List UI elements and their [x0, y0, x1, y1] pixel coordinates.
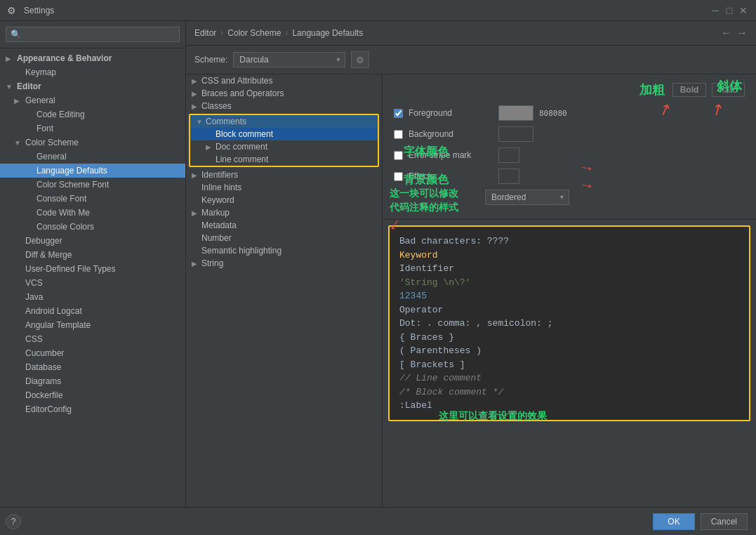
sidebar-item-language-defaults[interactable]: Language Defaults [0, 164, 185, 178]
sidebar-item-label: Color Scheme Font [37, 180, 180, 190]
error-stripe-color-swatch[interactable] [498, 147, 519, 163]
sidebar-item-diagrams[interactable]: Diagrams [0, 374, 185, 388]
sidebar-item-code-with-me[interactable]: Code With Me [0, 206, 185, 220]
arrow-icon: ▶ [192, 209, 201, 217]
sidebar-item-diff-merge[interactable]: Diff & Merge [0, 248, 185, 262]
effects-type-select[interactable]: Bordered Underscored Bold Underscored [485, 190, 569, 205]
preview-area: Bad characters: ???? Keyword Identifier … [390, 227, 749, 420]
tree-item-line-comment[interactable]: Line comment [190, 153, 378, 166]
sidebar-item-database[interactable]: Database [0, 360, 185, 374]
sidebar-item-label: Angular Template [25, 320, 180, 330]
props-section: Bold Italic Foreground 808080 [383, 74, 756, 220]
ok-button[interactable]: OK [653, 513, 694, 530]
sidebar-item-label: Code Editing [37, 110, 180, 119]
tree-item-label: Line comment [215, 154, 268, 164]
foreground-color-swatch[interactable] [498, 105, 533, 121]
sidebar-item-label: Android Logcat [25, 306, 180, 316]
breadcrumb-color-scheme[interactable]: Color Scheme [227, 28, 281, 38]
close-button[interactable]: ✕ [738, 5, 749, 16]
tree-item-markup[interactable]: ▶ Markup [186, 206, 382, 219]
tree-item-css[interactable]: ▶ CSS and Attributes [186, 74, 382, 87]
sidebar-item-editor[interactable]: ▼ Editor [0, 79, 185, 93]
scheme-select-wrap: Darcula Default High Contrast [233, 52, 345, 67]
sidebar-item-keymap[interactable]: Keymap [0, 65, 185, 79]
effects-label: Effects [409, 171, 493, 181]
sidebar-item-debugger[interactable]: Debugger [0, 234, 185, 248]
background-checkbox[interactable] [394, 130, 403, 139]
preview-line: Keyword [399, 249, 739, 263]
foreground-checkbox[interactable] [394, 109, 403, 118]
sidebar-item-label: Diagrams [25, 376, 180, 386]
sidebar-item-label: Code With Me [37, 208, 180, 218]
sidebar-item-console-font[interactable]: Console Font [0, 192, 185, 206]
sidebar-item-label: Color Scheme [25, 138, 180, 147]
sidebar-item-vcs[interactable]: VCS [0, 276, 185, 290]
sidebar-item-label: Console Colors [37, 222, 180, 232]
sidebar-item-label: Debugger [25, 236, 180, 246]
sidebar-item-console-colors[interactable]: Console Colors [0, 220, 185, 234]
effects-checkbox[interactable] [394, 172, 403, 181]
tree-item-semantic[interactable]: Semantic highlighting [186, 244, 382, 257]
error-stripe-checkbox[interactable] [394, 151, 403, 160]
tree-item-keyword[interactable]: Keyword [186, 194, 382, 206]
breadcrumb-editor[interactable]: Editor [194, 28, 216, 38]
tree-item-comments[interactable]: ▼ Comments [190, 115, 378, 128]
sidebar-item-general[interactable]: ▶ General [0, 93, 185, 107]
sidebar-item-android-logcat[interactable]: Android Logcat [0, 304, 185, 318]
sidebar-tree: ▶ Appearance & Behavior Keymap ▼ Editor … [0, 48, 185, 507]
sidebar-item-cs-general[interactable]: General [0, 150, 185, 164]
italic-button[interactable]: Italic [712, 83, 745, 97]
sidebar-item-cucumber[interactable]: Cucumber [0, 346, 185, 360]
sidebar-item-label: VCS [25, 278, 180, 288]
breadcrumb-sep2: › [285, 28, 288, 38]
scheme-bar: Scheme: Darcula Default High Contrast ⚙ [186, 46, 756, 74]
search-input[interactable] [6, 27, 180, 42]
preview-line: 12345 [399, 289, 739, 303]
sidebar-item-dockerfile[interactable]: Dockerfile [0, 388, 185, 402]
breadcrumb-language-defaults[interactable]: Language Defaults [292, 28, 363, 38]
nav-forward-button[interactable]: → [736, 27, 748, 39]
tree-item-identifiers[interactable]: ▶ Identifiers [186, 169, 382, 181]
sidebar-item-font[interactable]: Font [0, 121, 185, 136]
sidebar-item-color-scheme[interactable]: ▼ Color Scheme [0, 136, 185, 150]
preview-line: Identifier [399, 262, 739, 276]
tree-item-label: Number [201, 233, 232, 243]
tree-item-label: Keyword [201, 195, 234, 205]
sidebar-item-appearance[interactable]: ▶ Appearance & Behavior [0, 51, 185, 65]
sidebar-item-editorconfig[interactable]: EditorConfig [0, 402, 185, 416]
nav-back-button[interactable]: ← [721, 27, 732, 39]
sidebar-item-css[interactable]: CSS [0, 332, 185, 346]
sidebar-item-label: General [37, 152, 180, 161]
tree-item-doc-comment[interactable]: ▶ Doc comment [190, 140, 378, 153]
arrow-icon: ▶ [192, 77, 201, 85]
sidebar-item-angular[interactable]: Angular Template [0, 318, 185, 332]
background-color-swatch[interactable] [498, 126, 533, 142]
sidebar-item-label: Keymap [25, 67, 180, 77]
preview-line: { Braces } [399, 331, 739, 345]
sidebar-item-label: Appearance & Behavior [17, 53, 180, 63]
main-panel: Editor › Color Scheme › Language Default… [186, 21, 756, 507]
maximize-button[interactable]: □ [724, 5, 735, 16]
sidebar-item-user-defined[interactable]: User-Defined File Types [0, 262, 185, 276]
effects-color-swatch[interactable] [498, 169, 519, 184]
tree-item-braces[interactable]: ▶ Braces and Operators [186, 87, 382, 100]
sidebar-item-java[interactable]: Java [0, 290, 185, 304]
bold-button[interactable]: Bold [672, 83, 707, 97]
scheme-gear-button[interactable]: ⚙ [351, 51, 369, 68]
sidebar-item-cs-font[interactable]: Color Scheme Font [0, 178, 185, 192]
breadcrumb-sep1: › [220, 28, 223, 38]
arrow-icon: ▶ [192, 103, 201, 110]
tree-item-string[interactable]: ▶ String [186, 257, 382, 270]
tree-item-metadata[interactable]: Metadata [186, 219, 382, 232]
cancel-button[interactable]: Cancel [701, 513, 748, 530]
scheme-label: Scheme: [194, 55, 227, 65]
sidebar-item-code-editing[interactable]: Code Editing [0, 107, 185, 121]
tree-item-inline-hints[interactable]: Inline hints [186, 181, 382, 194]
tree-item-block-comment[interactable]: Block comment [190, 128, 378, 140]
minimize-button[interactable]: ─ [710, 5, 721, 16]
preview-line: :Label [399, 399, 739, 413]
tree-item-number[interactable]: Number [186, 232, 382, 244]
scheme-select[interactable]: Darcula Default High Contrast [233, 52, 345, 67]
tree-item-classes[interactable]: ▶ Classes [186, 100, 382, 112]
arrow-icon: ▶ [192, 90, 201, 98]
